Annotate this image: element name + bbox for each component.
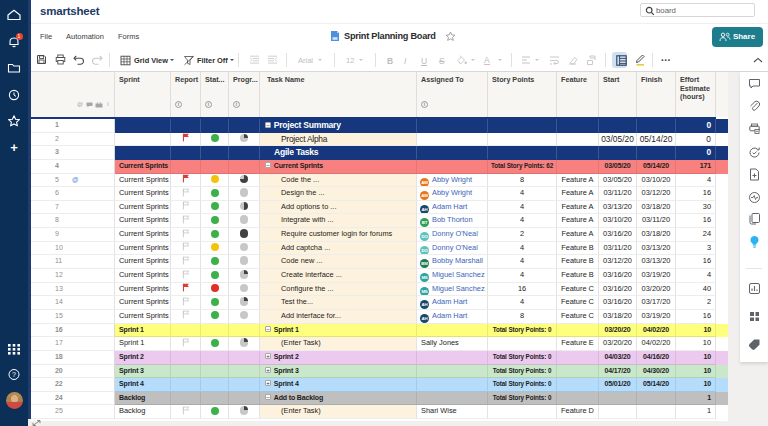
- svg-text:?: ?: [12, 371, 16, 378]
